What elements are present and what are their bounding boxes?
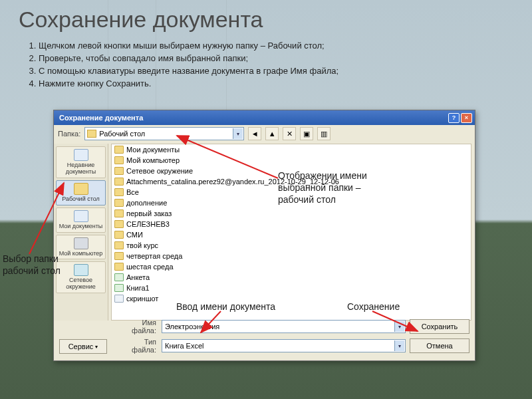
- list-item[interactable]: первый заказ: [112, 208, 471, 219]
- list-item[interactable]: твой курс: [112, 240, 471, 251]
- file-name: Анкета: [126, 273, 150, 281]
- list-item[interactable]: шестая среда: [112, 261, 471, 272]
- help-button[interactable]: ?: [448, 113, 460, 123]
- folder-label: Папка:: [58, 130, 80, 138]
- folder-icon: [114, 178, 124, 186]
- save-button[interactable]: Сохранить: [410, 319, 469, 334]
- filename-label: Имя файла:: [118, 319, 158, 334]
- folder-icon: [114, 167, 124, 175]
- folder-icon: [114, 188, 124, 196]
- chevron-down-icon[interactable]: ▾: [394, 340, 404, 351]
- place-label: Рабочий стол: [62, 196, 100, 203]
- place-label: Недавние документы: [58, 162, 104, 176]
- chevron-down-icon[interactable]: ▾: [394, 321, 404, 332]
- file-icon: [114, 284, 124, 292]
- cancel-button[interactable]: Отмена: [410, 338, 469, 353]
- callout-filename: Ввод имени документа: [176, 301, 275, 313]
- chevron-down-icon[interactable]: ▾: [233, 128, 243, 139]
- delete-icon[interactable]: ✕: [283, 127, 296, 140]
- folder-icon: [114, 231, 124, 239]
- filetype-value: Книга Excel: [165, 342, 203, 350]
- file-name: Мои документы: [126, 146, 180, 154]
- file-name: Все: [126, 188, 139, 196]
- views-icon[interactable]: ▥: [317, 127, 331, 140]
- file-name: СЕЛЕЗНЕВ3: [126, 220, 170, 228]
- file-name: Сетевое окружение: [126, 167, 193, 175]
- folder-dropdown[interactable]: Рабочий стол ▾: [84, 127, 244, 140]
- back-icon[interactable]: ◄: [248, 127, 261, 140]
- file-name: скриншот: [126, 295, 158, 303]
- place-1[interactable]: Рабочий стол: [56, 180, 106, 205]
- file-name: дополнение: [126, 199, 167, 207]
- slide-title: Сохранение документа: [19, 7, 263, 33]
- folder-icon: [87, 130, 96, 138]
- titlebar[interactable]: Сохранение документа ? ×: [54, 110, 475, 125]
- doc-icon: [74, 149, 88, 161]
- folder-toolbar: Папка: Рабочий стол ▾ ◄ ▲ ✕ ▣ ▥: [54, 125, 475, 142]
- dialog-title: Сохранение документа: [57, 114, 447, 122]
- file-name: СМИ: [126, 231, 143, 239]
- place-0[interactable]: Недавние документы: [56, 146, 106, 178]
- step-3: С помощью клавиатуры введите название до…: [39, 65, 512, 78]
- folder-icon: [114, 146, 124, 154]
- file-name: первый заказ: [126, 209, 172, 217]
- list-item[interactable]: СЕЛЕЗНЕВ3: [112, 219, 471, 229]
- folder-icon: [114, 220, 124, 228]
- step-1: Щелчком левой кнопки мыши выбираем нужну…: [39, 40, 512, 53]
- up-icon[interactable]: ▲: [265, 127, 279, 140]
- file-name: Книга1: [126, 284, 150, 292]
- callout-folder-display: Отображении имени выбранной папки – рабо…: [278, 170, 398, 206]
- file-name: четвертая среда: [126, 252, 182, 260]
- file-name: твой курс: [126, 241, 158, 249]
- folder-icon: [114, 241, 124, 249]
- service-label: Сервис: [68, 342, 94, 350]
- filetype-label: Тип файла:: [118, 338, 158, 354]
- callout-save: Сохранение: [347, 301, 400, 313]
- filename-input[interactable]: Электроэнергия ▾: [162, 320, 406, 333]
- folder-icon: [114, 263, 124, 271]
- folder-icon: [114, 209, 124, 217]
- close-button[interactable]: ×: [461, 113, 472, 123]
- folder-icon: [74, 183, 88, 195]
- list-item[interactable]: Мои документы: [112, 144, 471, 155]
- list-item[interactable]: СМИ: [112, 229, 471, 240]
- file-icon: [114, 295, 124, 303]
- place-2[interactable]: Мои документы: [56, 207, 106, 233]
- list-item[interactable]: скриншот: [112, 293, 471, 304]
- folder-icon: [114, 199, 124, 207]
- filetype-dropdown[interactable]: Книга Excel ▾: [162, 339, 406, 352]
- list-item[interactable]: Мой компьютер: [112, 155, 471, 166]
- list-item[interactable]: четвертая среда: [112, 251, 471, 261]
- doc-icon: [74, 210, 88, 222]
- folder-icon: [114, 252, 124, 260]
- file-name: Мой компьютер: [126, 156, 180, 164]
- folder-icon: [114, 156, 124, 164]
- newfolder-icon[interactable]: ▣: [300, 127, 313, 140]
- list-item[interactable]: Анкета: [112, 272, 471, 283]
- list-item[interactable]: Книга1: [112, 283, 471, 293]
- current-folder: Рабочий стол: [99, 130, 145, 138]
- save-dialog: Сохранение документа ? × Папка: Рабочий …: [53, 110, 475, 361]
- file-icon: [114, 273, 124, 281]
- instructions-list: Щелчком левой кнопки мыши выбираем нужну…: [27, 40, 512, 90]
- place-label: Мои документы: [59, 223, 103, 230]
- place-label: Сетевое окружение: [58, 277, 104, 291]
- service-button[interactable]: Сервис▾: [59, 339, 107, 354]
- filename-value: Электроэнергия: [165, 323, 219, 331]
- file-name: шестая среда: [126, 263, 174, 271]
- comp-icon: [74, 237, 88, 249]
- step-2: Проверьте, чтобы совпадало имя выбранной…: [39, 53, 512, 65]
- step-4: Нажмите кнопку Сохранить.: [39, 78, 512, 90]
- callout-places: Выбор папки рабочий стол: [3, 253, 76, 277]
- places-bar: Недавние документыРабочий столМои докуме…: [54, 144, 108, 321]
